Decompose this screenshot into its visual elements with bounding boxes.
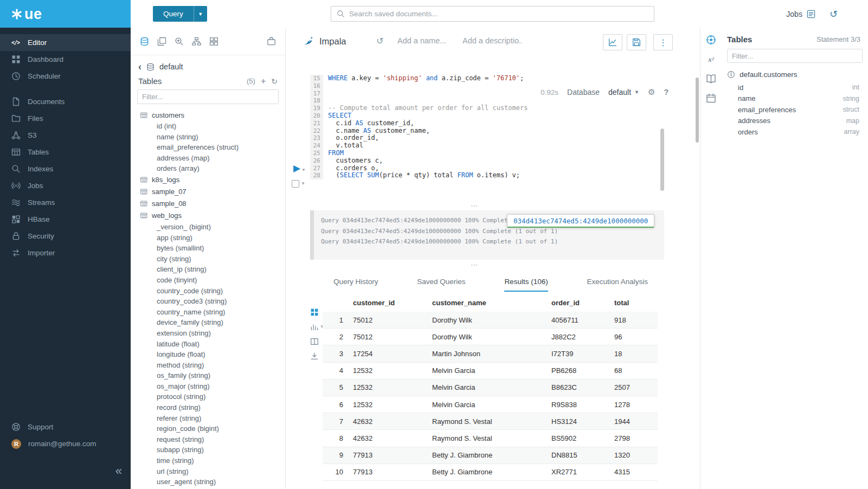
assist-table[interactable]: sample_08 xyxy=(140,198,285,210)
new-query-button[interactable]: Query ▼ xyxy=(153,6,207,22)
download-icon[interactable] xyxy=(310,352,319,361)
sidebar-item-files[interactable]: Files xyxy=(0,110,131,127)
schema-column[interactable]: addressesmap xyxy=(722,115,868,127)
tab-saved-queries[interactable]: Saved Queries xyxy=(417,272,465,292)
bag-icon[interactable] xyxy=(267,37,276,46)
assist-table[interactable]: customers xyxy=(140,109,285,121)
assist-column[interactable]: device_family (string) xyxy=(140,317,285,328)
result-row[interactable]: 275012Dorothy WilkJ882C296 xyxy=(323,329,658,345)
assist-column[interactable]: protocol (string) xyxy=(140,391,285,402)
assist-column[interactable]: url (string) xyxy=(140,466,285,477)
result-row[interactable]: 1077913Betty J. GiambroneXR27714315 xyxy=(323,464,658,481)
assist-column[interactable]: region_code (bigint) xyxy=(140,423,285,434)
schema-column[interactable]: namestring xyxy=(722,93,868,105)
assist-column[interactable]: name (string) xyxy=(140,132,285,143)
history-icon[interactable]: ↺ xyxy=(830,8,838,20)
code-line[interactable]: 19-- Compute total amount per order for … xyxy=(310,105,662,112)
assist-column[interactable]: addresses (map) xyxy=(140,153,285,164)
explain-format-button[interactable]: ▼ xyxy=(292,180,305,188)
result-row[interactable]: 512532Melvin GarciaB8623C2507 xyxy=(323,379,658,396)
editor-resize-handle[interactable]: ⋯ xyxy=(286,203,664,210)
assist-column[interactable]: subapp (string) xyxy=(140,445,285,455)
sidebar-item-support[interactable]: Support xyxy=(0,419,131,435)
code-line[interactable]: 15WHERE a.key = 'shipping' and a.zip_cod… xyxy=(310,75,662,82)
result-row[interactable]: 977913Betty J. GiambroneDN88151320 xyxy=(323,447,658,464)
code-line[interactable]: 25FROM xyxy=(310,150,662,157)
assist-column[interactable]: id (int) xyxy=(140,121,285,132)
assist-column[interactable]: code (tinyint) xyxy=(140,275,285,286)
assistant-icon[interactable] xyxy=(706,35,716,45)
assist-column[interactable]: orders (array) xyxy=(140,163,285,174)
sidebar-item-dashboard[interactable]: Dashboard xyxy=(0,51,131,68)
code-line[interactable]: 17 xyxy=(310,90,662,98)
assist-column[interactable]: country_code (string) xyxy=(140,286,285,297)
assist-table[interactable]: k8s_logs xyxy=(140,174,285,186)
code-line[interactable]: 16 xyxy=(310,82,662,90)
query-history-icon[interactable]: ↺ xyxy=(376,36,383,46)
sidebar-item-tables[interactable]: Tables xyxy=(0,144,131,160)
assist-table[interactable]: sample_07 xyxy=(140,186,285,198)
assist-column[interactable]: bytes (smallint) xyxy=(140,243,285,254)
right-panel-filter-input[interactable] xyxy=(732,52,858,60)
code-line[interactable]: 22 c.name AS customer_name, xyxy=(310,127,662,135)
sidebar-item-hbase[interactable]: HBase xyxy=(0,211,131,228)
page-scrollbar[interactable] xyxy=(696,78,699,143)
schedule-icon[interactable] xyxy=(706,93,716,104)
assist-column[interactable]: os_family (string) xyxy=(140,370,285,381)
assist-column[interactable]: extension (string) xyxy=(140,328,285,339)
assist-column[interactable]: user_agent (string) xyxy=(140,477,285,487)
assist-column[interactable]: email_preferences (struct) xyxy=(140,142,285,153)
result-row[interactable]: 842632Raymond S. VestalBS59022798 xyxy=(323,430,658,447)
sidebar-item-security[interactable]: Security xyxy=(0,228,131,244)
sitemap-icon[interactable] xyxy=(192,37,201,46)
assist-column[interactable]: request (string) xyxy=(140,434,285,445)
assist-column[interactable]: time (string) xyxy=(140,455,285,466)
copy-documents-icon[interactable] xyxy=(157,37,166,46)
sidebar-item-importer[interactable]: Importer xyxy=(0,244,131,261)
schema-column[interactable]: ordersarray xyxy=(722,126,868,138)
execute-button[interactable]: ▶ ▼ xyxy=(293,164,306,173)
search-plus-icon[interactable] xyxy=(175,37,184,46)
assist-column[interactable]: record (string) xyxy=(140,402,285,413)
sidebar-item-indexes[interactable]: Indexes xyxy=(0,160,131,177)
result-row[interactable]: 742632Raymond S. VestalHS31241944 xyxy=(323,413,658,430)
active-table-row[interactable]: default.customers xyxy=(722,68,868,82)
grid-view-icon[interactable] xyxy=(310,308,319,317)
sidebar-item-editor[interactable]: </>Editor xyxy=(0,34,131,51)
result-row[interactable]: 175012Dorothy Wilk4056711918 xyxy=(323,312,658,329)
tab-results-106-[interactable]: Results (106) xyxy=(504,272,548,292)
query-description-input[interactable] xyxy=(462,36,522,45)
code-line[interactable]: 23 o.order_id, xyxy=(310,134,662,142)
sidebar-item-user[interactable]: R romain@gethue.com xyxy=(0,435,131,452)
tab-query-history[interactable]: Query History xyxy=(333,272,378,292)
search-input[interactable] xyxy=(349,10,648,18)
sidebar-item-documents[interactable]: Documents xyxy=(0,93,131,110)
assist-filter-input[interactable] xyxy=(142,93,274,101)
assist-table[interactable]: web_logs xyxy=(140,210,285,222)
assist-column[interactable]: _version_ (bigint) xyxy=(140,222,285,233)
assist-column[interactable]: longitude (float) xyxy=(140,349,285,360)
code-line[interactable]: 21 c.id AS customer_id, xyxy=(310,120,662,127)
assist-column[interactable]: method (string) xyxy=(140,360,285,371)
sidebar-item-s3[interactable]: S3 xyxy=(0,127,131,144)
sidebar-item-streams[interactable]: Streams xyxy=(0,194,131,211)
editor-scrollbar[interactable] xyxy=(660,128,664,191)
assist-column[interactable]: app (string) xyxy=(140,233,285,243)
apps-icon[interactable] xyxy=(209,37,218,46)
result-row[interactable]: 412532Melvin GarciaPB626868 xyxy=(323,363,658,379)
tab-execution-analysis[interactable]: Execution Analysis xyxy=(587,272,648,292)
chevron-down-icon[interactable]: ▼ xyxy=(194,6,207,22)
assist-column[interactable]: client_ip (string) xyxy=(140,264,285,275)
hue-logo[interactable]: ue xyxy=(0,0,131,28)
query-name-input[interactable] xyxy=(397,36,457,45)
back-chevron-icon[interactable]: ‹ xyxy=(138,62,142,71)
code-line[interactable]: 20SELECT xyxy=(310,112,662,120)
breadcrumb-database[interactable]: default xyxy=(159,62,183,71)
code-line[interactable]: 28 (SELECT SUM(price * qty) total FROM o… xyxy=(310,172,662,179)
assist-column[interactable]: referer (string) xyxy=(140,413,285,424)
query-id-tooltip[interactable]: 034d413ec7474ed5:4249de1000000000 xyxy=(507,214,654,228)
assist-column[interactable]: country_code3 (string) xyxy=(140,296,285,307)
assist-column[interactable]: latitude (float) xyxy=(140,339,285,350)
save-button[interactable] xyxy=(627,34,646,50)
schema-column[interactable]: idint xyxy=(722,82,868,93)
